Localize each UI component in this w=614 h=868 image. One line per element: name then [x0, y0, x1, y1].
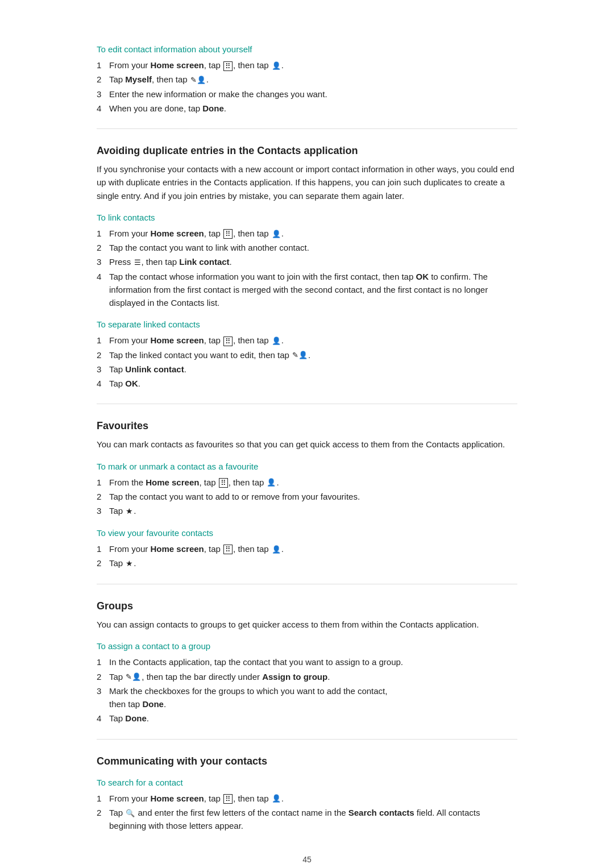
- page-content: To edit contact information about yourse…: [85, 0, 529, 868]
- step-text: Tap Myself, then tap ✎👤.: [109, 73, 209, 86]
- step-number: 4: [97, 377, 109, 390]
- sub-heading-view-favourites: To view your favourite contacts: [97, 528, 517, 538]
- body-groups: You can assign contacts to groups to get…: [97, 618, 517, 631]
- step-number: 2: [97, 348, 109, 362]
- section-link-contacts: To link contacts 1 From your Home screen…: [97, 213, 517, 310]
- step-number: 1: [97, 542, 109, 555]
- search-icon: 🔍: [126, 808, 135, 819]
- step-text: From your Home screen, tap ⠿, then tap 👤…: [109, 227, 284, 240]
- step-number: 3: [97, 684, 109, 697]
- apps-icon: ⠿: [223, 545, 233, 554]
- step-text: In the Contacts application, tap the con…: [109, 655, 403, 668]
- step-text: From your Home screen, tap ⠿, then tap 👤…: [109, 542, 284, 555]
- list-item: 2 Tap ✎👤, then tap the bar directly unde…: [97, 670, 517, 683]
- step-text: From the Home screen, tap ⠿, then tap 👤.: [109, 476, 279, 489]
- step-text: Tap ★.: [109, 504, 136, 518]
- step-number: 1: [97, 334, 109, 347]
- step-text: Tap ✎👤, then tap the bar directly under …: [109, 670, 330, 683]
- step-text: From your Home screen, tap ⠿, then tap 👤…: [109, 792, 284, 805]
- section-edit-contact: To edit contact information about yourse…: [97, 44, 517, 115]
- section-separate-contacts: To separate linked contacts 1 From your …: [97, 319, 517, 390]
- step-text: Mark the checkboxes for the groups to wh…: [109, 684, 387, 711]
- contact-edit-icon: ✎👤: [126, 671, 141, 683]
- section-mark-favourite: To mark or unmark a contact as a favouri…: [97, 462, 517, 518]
- list-item: 1 From your Home screen, tap ⠿, then tap…: [97, 227, 517, 240]
- step-text: From your Home screen, tap ⠿, then tap 👤…: [109, 334, 284, 347]
- heading-groups: Groups: [97, 600, 517, 612]
- contact-icon: 👤: [272, 229, 281, 240]
- list-item: 2 Tap the contact you want to add to or …: [97, 490, 517, 503]
- step-text: Tap OK.: [109, 377, 140, 390]
- step-text: Enter the new information or make the ch…: [109, 88, 327, 101]
- step-number: 1: [97, 792, 109, 805]
- section-divider: [97, 739, 517, 740]
- page-number: 45: [97, 855, 517, 864]
- step-text: When you are done, tap Done.: [109, 102, 226, 115]
- step-text: Press ☰, then tap Link contact.: [109, 255, 232, 268]
- contact-icon: 👤: [272, 60, 281, 72]
- step-number: 2: [97, 241, 109, 254]
- step-number: 3: [97, 504, 109, 517]
- steps-edit-contact: 1 From your Home screen, tap ⠿, then tap…: [97, 59, 517, 115]
- sub-heading-mark-favourite: To mark or unmark a contact as a favouri…: [97, 462, 517, 471]
- apps-icon: ⠿: [223, 337, 233, 346]
- list-item: 1 In the Contacts application, tap the c…: [97, 655, 517, 668]
- list-item: 3 Enter the new information or make the …: [97, 88, 517, 101]
- list-item: 2 Tap 🔍 and enter the first few letters …: [97, 806, 517, 833]
- section-favourites: Favourites You can mark contacts as favo…: [97, 420, 517, 451]
- apps-icon: ⠿: [223, 229, 233, 239]
- heading-avoiding-duplicates: Avoiding duplicate entries in the Contac…: [97, 145, 517, 157]
- contact-icon: 👤: [272, 335, 281, 347]
- list-item: 3 Press ☰, then tap Link contact.: [97, 255, 517, 268]
- list-item: 1 From your Home screen, tap ⠿, then tap…: [97, 334, 517, 347]
- list-item: 4 Tap OK.: [97, 377, 517, 390]
- section-groups: Groups You can assign contacts to groups…: [97, 600, 517, 631]
- menu-icon: ☰: [134, 257, 141, 268]
- list-item: 1 From your Home screen, tap ⠿, then tap…: [97, 792, 517, 805]
- list-item: 4 Tap the contact whose information you …: [97, 270, 517, 310]
- apps-icon: ⠿: [223, 61, 233, 71]
- list-item: 3 Tap Unlink contact.: [97, 363, 517, 376]
- step-number: 2: [97, 556, 109, 570]
- star-icon: ★: [126, 505, 133, 518]
- apps-icon: ⠿: [219, 478, 228, 488]
- step-number: 4: [97, 102, 109, 115]
- section-view-favourites: To view your favourite contacts 1 From y…: [97, 528, 517, 570]
- heading-favourites: Favourites: [97, 420, 517, 432]
- list-item: 1 From your Home screen, tap ⠿, then tap…: [97, 59, 517, 72]
- step-text: Tap ★.: [109, 556, 136, 570]
- contact-edit-icon: ✎👤: [190, 74, 206, 86]
- step-text: From your Home screen, tap ⠿, then tap 👤…: [109, 59, 284, 72]
- steps-assign-group: 1 In the Contacts application, tap the c…: [97, 655, 517, 725]
- list-item: 4 Tap Done.: [97, 712, 517, 725]
- step-number: 3: [97, 88, 109, 101]
- contact-edit-icon: ✎👤: [292, 350, 308, 361]
- list-item: 1 From your Home screen, tap ⠿, then tap…: [97, 542, 517, 555]
- list-item: 1 From the Home screen, tap ⠿, then tap …: [97, 476, 517, 489]
- sub-heading-search-contact: To search for a contact: [97, 778, 517, 787]
- list-item: 2 Tap the linked contact you want to edi…: [97, 348, 517, 362]
- contact-icon: 👤: [272, 793, 281, 804]
- section-divider: [97, 404, 517, 404]
- step-text: Tap the contact you want to add to or re…: [109, 490, 360, 503]
- list-item: 4 When you are done, tap Done.: [97, 102, 517, 115]
- step-number: 2: [97, 73, 109, 86]
- list-item: 2 Tap the contact you want to link with …: [97, 241, 517, 254]
- section-avoiding-duplicates: Avoiding duplicate entries in the Contac…: [97, 145, 517, 202]
- step-number: 2: [97, 490, 109, 503]
- step-number: 1: [97, 655, 109, 668]
- body-avoiding-duplicates: If you synchronise your contacts with a …: [97, 163, 517, 202]
- sub-heading-link-contacts: To link contacts: [97, 213, 517, 222]
- apps-icon: ⠿: [223, 794, 233, 804]
- step-text: Tap Unlink contact.: [109, 363, 186, 376]
- section-divider: [97, 584, 517, 584]
- sub-heading-assign-group: To assign a contact to a group: [97, 641, 517, 651]
- section-divider: [97, 128, 517, 129]
- section-search-contact: To search for a contact 1 From your Home…: [97, 778, 517, 833]
- section-assign-group: To assign a contact to a group 1 In the …: [97, 641, 517, 725]
- steps-link-contacts: 1 From your Home screen, tap ⠿, then tap…: [97, 227, 517, 310]
- step-number: 2: [97, 670, 109, 683]
- step-text: Tap the contact whose information you wa…: [109, 270, 517, 310]
- step-number: 1: [97, 476, 109, 489]
- step-text: Tap 🔍 and enter the first few letters of…: [109, 806, 517, 833]
